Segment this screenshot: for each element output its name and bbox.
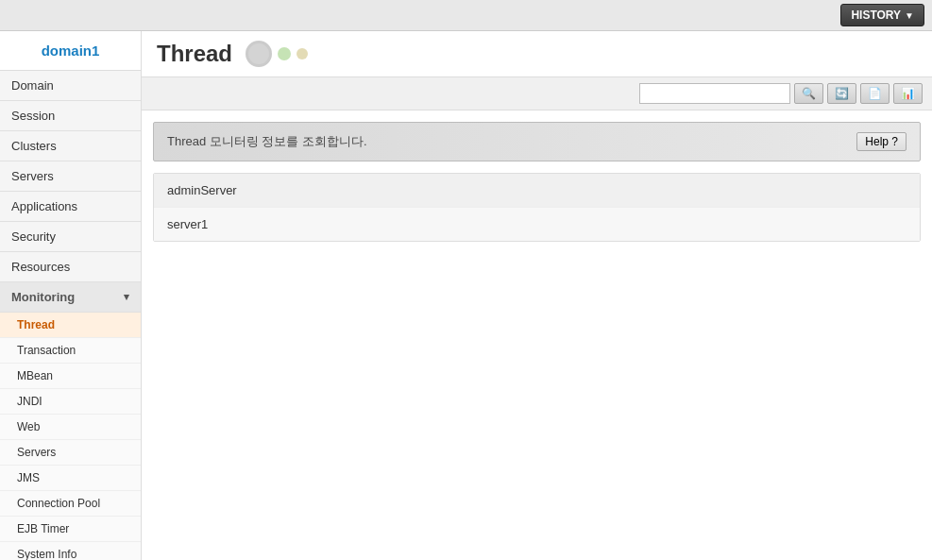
sidebar-sub-item-jndi[interactable]: JNDI [0,389,141,415]
circle-gray-icon [246,41,272,67]
circle-tan-icon [297,48,308,59]
info-message: Thread 모니터링 정보를 조회합니다. [167,133,367,150]
sidebar-sub-item-thread[interactable]: Thread [0,313,141,338]
history-button[interactable]: HISTORY [840,4,924,26]
sidebar-item-session[interactable]: Session [0,101,141,131]
sidebar-sub-item-connection-pool[interactable]: Connection Pool [0,491,141,517]
export1-button[interactable]: 📄 [860,83,890,104]
export2-button[interactable]: 📊 [893,83,923,104]
page-header: Thread [142,31,932,77]
sidebar-sub-item-mbean[interactable]: MBean [0,364,141,389]
sidebar-item-applications[interactable]: Applications [0,192,141,222]
sidebar-item-clusters[interactable]: Clusters [0,131,141,161]
sidebar-item-security[interactable]: Security [0,222,141,252]
sidebar-item-resources[interactable]: Resources [0,252,141,282]
sidebar: domain1 Domain Session Clusters Servers … [0,31,142,560]
sidebar-sub-item-system-info[interactable]: System Info [0,542,141,560]
sidebar-sub-item-ejb-timer[interactable]: EJB Timer [0,517,141,542]
sidebar-sub-item-web[interactable]: Web [0,415,141,440]
main-layout: domain1 Domain Session Clusters Servers … [0,31,932,560]
main-content-area: Thread 🔍 🔄 📄 📊 Thread 모니터링 정보를 조회합니다. He… [142,31,932,560]
help-button[interactable]: Help ? [856,132,907,151]
sidebar-sub-item-jms[interactable]: JMS [0,466,141,491]
page-title: Thread [157,41,232,67]
sidebar-sub-item-servers[interactable]: Servers [0,440,141,466]
search-input[interactable] [639,83,790,104]
sidebar-sub-item-transaction[interactable]: Transaction [0,338,141,364]
toolbar: 🔍 🔄 📄 📊 [142,77,932,110]
server-item-server1[interactable]: server1 [154,208,920,241]
search-button[interactable]: 🔍 [794,83,823,104]
server-list: adminServer server1 [153,173,921,242]
top-bar: HISTORY [0,0,932,31]
sidebar-item-domain[interactable]: Domain [0,71,141,101]
sidebar-item-servers[interactable]: Servers [0,161,141,192]
sidebar-logo[interactable]: domain1 [0,31,141,71]
content: Thread 모니터링 정보를 조회합니다. Help ? adminServe… [142,110,932,560]
server-item-adminserver[interactable]: adminServer [154,174,920,208]
circle-green-icon [278,47,291,60]
info-banner: Thread 모니터링 정보를 조회합니다. Help ? [153,122,921,161]
refresh-button[interactable]: 🔄 [827,83,856,104]
sidebar-monitoring-section[interactable]: Monitoring [0,282,141,313]
header-decoration [246,41,308,67]
